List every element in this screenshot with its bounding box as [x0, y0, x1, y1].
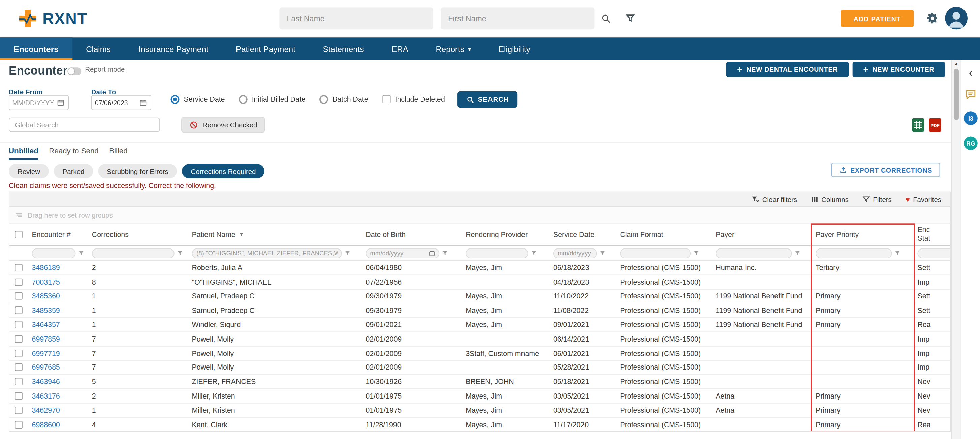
last-name-input[interactable]	[279, 7, 433, 29]
encounter-number-link[interactable]: 3463946	[28, 378, 88, 385]
nav-era[interactable]: ERA	[378, 37, 422, 60]
row-checkbox[interactable]	[15, 350, 22, 357]
encounter-number-link[interactable]: 7003175	[28, 278, 88, 286]
favorites-button[interactable]: ♥ Favorites	[905, 196, 941, 203]
rxnt-logo[interactable]: RXNT	[18, 8, 88, 29]
tab-unbilled[interactable]: Unbilled	[9, 146, 38, 160]
row-checkbox[interactable]	[15, 407, 22, 414]
column-header-encounter[interactable]: Encounter #	[28, 231, 88, 238]
column-header-payer-priority[interactable]: Payer Priority	[812, 231, 914, 238]
badge-rg[interactable]: RG	[964, 136, 978, 150]
new-dental-encounter-button[interactable]: + NEW DENTAL ENCOUNTER	[726, 62, 849, 77]
export-corrections-button[interactable]: EXPORT CORRECTIONS	[831, 163, 940, 177]
search-button[interactable]: SEARCH	[458, 91, 517, 107]
nav-insurance-payment[interactable]: Insurance Payment	[125, 37, 222, 60]
scrollbar-thumb[interactable]	[954, 69, 959, 120]
corrections-filter-input[interactable]	[92, 248, 175, 258]
row-checkbox[interactable]	[15, 307, 22, 314]
funnel-icon[interactable]	[693, 249, 700, 256]
date-from-input[interactable]	[9, 95, 69, 110]
pill-review[interactable]: Review	[9, 164, 49, 178]
funnel-icon[interactable]	[894, 249, 901, 256]
radio-batch-date[interactable]: Batch Date	[319, 95, 368, 104]
row-checkbox[interactable]	[15, 392, 22, 399]
provider-filter-input[interactable]	[466, 248, 528, 258]
remove-checked-button[interactable]: Remove Checked	[181, 117, 265, 132]
tab-billed[interactable]: Billed	[109, 146, 127, 160]
tab-ready-to-send[interactable]: Ready to Send	[49, 146, 99, 160]
badge-i3[interactable]: I3	[964, 111, 978, 125]
global-search-input[interactable]	[9, 118, 160, 132]
nav-reports[interactable]: Reports ▾	[422, 37, 485, 60]
service-date-filter-input[interactable]: mm/dd/yyyy	[553, 248, 597, 258]
include-deleted-checkbox[interactable]: Include Deleted	[382, 95, 445, 103]
column-header-patient-name[interactable]: Patient Name	[188, 231, 362, 238]
filters-button[interactable]: Filters	[862, 195, 892, 203]
add-patient-button[interactable]: ADD PATIENT	[840, 10, 914, 27]
encounter-filter-input[interactable]	[32, 248, 76, 258]
encounter-number-link[interactable]: 6997859	[28, 335, 88, 343]
column-header-enc-status[interactable]: Enc Stat	[914, 226, 950, 243]
row-checkbox[interactable]	[15, 421, 22, 428]
row-group-dropzone[interactable]: Drag here to set row groups	[10, 207, 950, 223]
column-header-rendering-provider[interactable]: Rendering Provider	[462, 231, 549, 238]
encounter-number-link[interactable]: 3463176	[28, 392, 88, 399]
clear-filters-button[interactable]: Clear filters	[751, 195, 797, 203]
funnel-icon[interactable]	[177, 249, 183, 256]
row-checkbox[interactable]	[15, 278, 22, 286]
funnel-icon[interactable]	[599, 249, 606, 256]
nav-statements[interactable]: Statements	[309, 37, 378, 60]
vertical-scrollbar[interactable]: ▲	[951, 60, 960, 439]
column-header-corrections[interactable]: Corrections	[88, 231, 188, 238]
pill-corrections-required[interactable]: Corrections Required	[182, 164, 265, 178]
encounter-number-link[interactable]: 6997685	[28, 364, 88, 371]
row-checkbox[interactable]	[15, 335, 22, 343]
first-name-input[interactable]	[441, 7, 594, 29]
column-header-dob[interactable]: Date of Birth	[362, 231, 462, 238]
encounter-number-link[interactable]: 3485359	[28, 307, 88, 314]
column-header-service-date[interactable]: Service Date	[549, 231, 617, 238]
radio-service-date[interactable]: Service Date	[170, 95, 225, 104]
new-encounter-button[interactable]: + NEW ENCOUNTER	[853, 62, 945, 77]
export-csv-icon[interactable]	[912, 118, 924, 132]
encounter-number-link[interactable]: 3464357	[28, 321, 88, 329]
select-all-checkbox[interactable]	[15, 231, 22, 238]
report-mode-toggle[interactable]	[67, 67, 81, 75]
nav-eligibility[interactable]: Eligibility	[485, 37, 544, 60]
row-checkbox[interactable]	[15, 264, 22, 271]
row-checkbox[interactable]	[15, 321, 22, 329]
encounter-number-link[interactable]: 6988600	[28, 421, 88, 428]
funnel-icon[interactable]	[531, 249, 537, 256]
payer-priority-filter-input[interactable]	[816, 248, 892, 258]
payer-filter-input[interactable]	[716, 248, 792, 258]
row-checkbox[interactable]	[15, 292, 22, 300]
dob-filter-input[interactable]: mm/dd/yyyy	[366, 248, 439, 258]
claim-format-filter-input[interactable]	[620, 248, 690, 258]
encounter-number-link[interactable]: 6997719	[28, 350, 88, 357]
encounter-number-link[interactable]: 3486189	[28, 264, 88, 271]
encounter-number-link[interactable]: 3462970	[28, 407, 88, 414]
date-to-input[interactable]	[91, 95, 151, 110]
patient-filter-icon[interactable]	[625, 13, 635, 23]
column-header-claim-format[interactable]: Claim Format	[616, 231, 712, 238]
settings-gear-icon[interactable]	[926, 12, 939, 24]
user-avatar[interactable]	[945, 7, 967, 29]
patient-name-filter-input[interactable]	[192, 248, 342, 258]
column-header-payer[interactable]: Payer	[712, 231, 812, 238]
chat-icon[interactable]	[965, 89, 976, 100]
encounter-number-link[interactable]: 3485360	[28, 292, 88, 300]
export-pdf-icon[interactable]: PDF	[929, 118, 941, 132]
row-checkbox[interactable]	[15, 378, 22, 385]
funnel-icon[interactable]	[344, 249, 351, 256]
nav-encounters[interactable]: Encounters	[0, 37, 72, 60]
pill-parked[interactable]: Parked	[54, 164, 93, 178]
funnel-icon[interactable]	[794, 249, 801, 256]
columns-button[interactable]: Columns	[811, 196, 849, 203]
row-checkbox[interactable]	[15, 364, 22, 371]
enc-status-filter-input[interactable]	[918, 248, 951, 258]
radio-initial-billed-date[interactable]: Initial Billed Date	[239, 95, 305, 104]
nav-patient-payment[interactable]: Patient Payment	[222, 37, 309, 60]
scroll-up-arrow[interactable]: ▲	[952, 61, 961, 66]
nav-claims[interactable]: Claims	[72, 37, 124, 60]
pill-scrubbing-for-errors[interactable]: Scrubbing for Errors	[98, 164, 177, 178]
